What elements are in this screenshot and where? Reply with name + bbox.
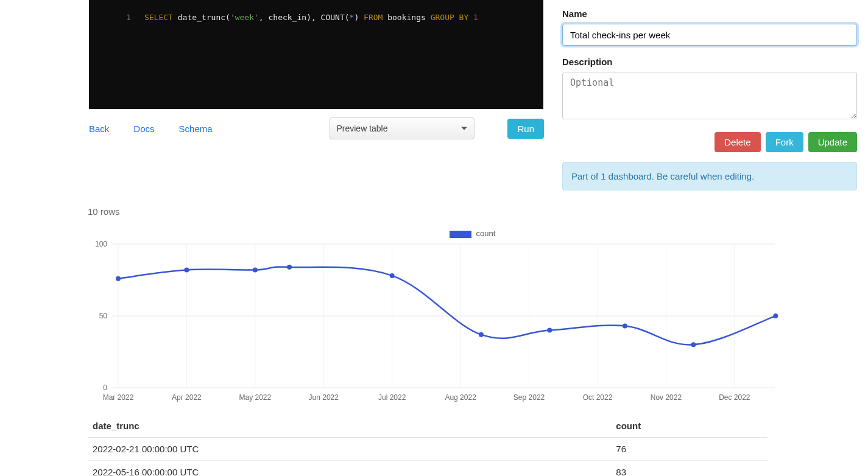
sql-code-line: SELECT date_trunc('week', check_in), COU… [144,13,478,22]
svg-text:Nov 2022: Nov 2022 [651,393,682,402]
svg-text:Sep 2022: Sep 2022 [513,393,545,402]
svg-text:May 2022: May 2022 [239,393,272,402]
svg-point-34 [691,342,696,347]
svg-point-35 [773,313,778,318]
legend-label: count [476,229,496,238]
fork-button[interactable]: Fork [766,132,803,152]
svg-text:Apr 2022: Apr 2022 [172,393,202,402]
description-input[interactable] [562,72,857,119]
gutter-line-1: 1 [122,13,144,22]
row-count-label: 10 rows [88,206,857,217]
chart-legend: count [88,229,857,238]
svg-text:Mar 2022: Mar 2022 [103,393,134,402]
svg-text:Dec 2022: Dec 2022 [719,393,750,402]
svg-text:Aug 2022: Aug 2022 [445,393,476,402]
preview-table-select[interactable]: Preview table [330,117,475,139]
svg-text:100: 100 [95,240,107,248]
run-button[interactable]: Run [507,119,544,139]
svg-text:Oct 2022: Oct 2022 [583,393,613,402]
svg-point-32 [547,328,552,333]
legend-swatch [450,231,471,238]
svg-text:Jun 2022: Jun 2022 [309,393,339,402]
description-label: Description [562,57,857,67]
update-button[interactable]: Update [808,132,857,152]
svg-point-33 [623,324,627,329]
svg-point-30 [390,273,395,278]
svg-text:Jul 2022: Jul 2022 [378,393,406,402]
delete-button[interactable]: Delete [715,132,760,152]
column-header: date_trunc [88,415,611,438]
back-link[interactable]: Back [89,124,109,134]
svg-point-31 [479,332,484,337]
table-row: 2022-05-16 00:00:00 UTC83 [88,461,767,477]
svg-point-28 [253,267,258,272]
column-header: count [611,415,767,438]
name-label: Name [562,9,857,19]
schema-link[interactable]: Schema [179,124,213,134]
dashboard-warning-alert: Part of 1 dashboard. Be careful when edi… [562,162,857,191]
count-chart: 050100Mar 2022Apr 2022May 2022Jun 2022Ju… [88,240,781,406]
svg-point-26 [116,276,121,281]
svg-text:0: 0 [103,383,107,392]
svg-point-27 [184,267,189,272]
sql-editor[interactable]: 1SELECT date_trunc('week', check_in), CO… [89,0,543,109]
docs-link[interactable]: Docs [133,124,154,134]
svg-point-29 [287,265,292,270]
results-table: date_trunccount 2022-02-21 00:00:00 UTC7… [88,415,767,476]
table-row: 2022-02-21 00:00:00 UTC76 [88,438,767,461]
svg-text:50: 50 [99,312,108,320]
name-input[interactable] [562,24,857,46]
